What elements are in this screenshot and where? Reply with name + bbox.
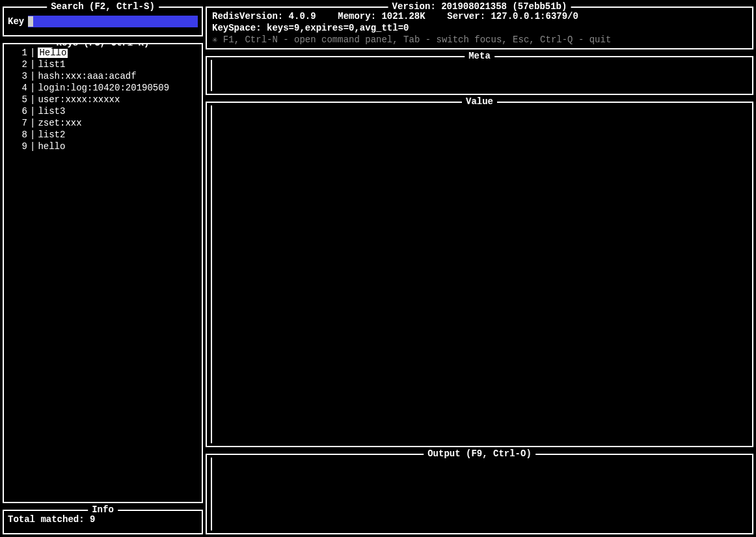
search-panel: Search (F2, Ctrl-S) Key [3,7,203,36]
key-name: user:xxxx:xxxxx [38,94,120,105]
list-item[interactable]: 9|hello [8,141,198,152]
key-name: list1 [38,59,65,70]
key-index: 3 [9,70,27,82]
separator: | [27,94,38,105]
separator: | [27,117,38,129]
list-item[interactable]: 8|list2 [8,129,198,141]
key-name: list3 [38,105,65,117]
key-index: 8 [9,129,27,141]
info-panel: Info Total matched: 9 [3,510,203,534]
output-panel[interactable]: Output (F9, Ctrl-O) [206,454,753,534]
separator: | [27,141,38,152]
value-panel[interactable]: Value [206,102,753,447]
text-cursor [28,16,33,27]
separator: | [27,59,38,70]
info-title: Info [88,504,118,516]
key-index: 2 [9,59,27,70]
key-index: 6 [9,105,27,117]
key-name: list2 [38,129,65,141]
key-name: login:log:10420:20190509 [38,82,169,94]
search-label: Key [8,16,24,27]
header-panel: Version: 201908021358 (57ebb51b) RedisVe… [206,7,753,49]
key-name: zset:xxx [38,117,81,129]
key-name: hash:xxx:aaa:acadf [38,70,136,82]
key-name: hello [38,141,65,152]
key-index: 9 [9,141,27,152]
list-item[interactable]: 3|hash:xxx:aaa:acadf [8,70,198,82]
key-index: 4 [9,82,27,94]
header-hint: ✳ F1, Ctrl-N - open command panel, Tab -… [212,34,747,46]
header-line-2: KeySpace: keys=9,expires=0,avg_ttl=0 [212,22,747,34]
list-item[interactable]: 2|list1 [8,59,198,70]
keys-list[interactable]: 1|Hello2|list13|hash:xxx:aaa:acadf4|logi… [8,47,198,152]
list-item[interactable]: 6|list3 [8,105,198,117]
list-item[interactable]: 7|zset:xxx [8,117,198,129]
separator: | [27,70,38,82]
list-item[interactable]: 5|user:xxxx:xxxxx [8,94,198,105]
header-title: Version: 201908021358 (57ebb51b) [388,1,571,12]
key-index: 5 [9,94,27,105]
separator: | [27,47,38,59]
separator: | [27,129,38,141]
search-title: Search (F2, Ctrl-S) [47,1,159,12]
key-index: 7 [9,117,27,129]
key-index: 1 [9,47,27,59]
separator: | [27,105,38,117]
keys-title: Keys (F3, Ctrl-K) [53,43,154,49]
meta-panel: Meta [206,56,753,95]
keys-panel: Keys (F3, Ctrl-K) 1|Hello2|list13|hash:x… [3,43,203,503]
list-item[interactable]: 4|login:log:10420:20190509 [8,82,198,94]
separator: | [27,82,38,94]
search-input[interactable] [28,16,198,27]
